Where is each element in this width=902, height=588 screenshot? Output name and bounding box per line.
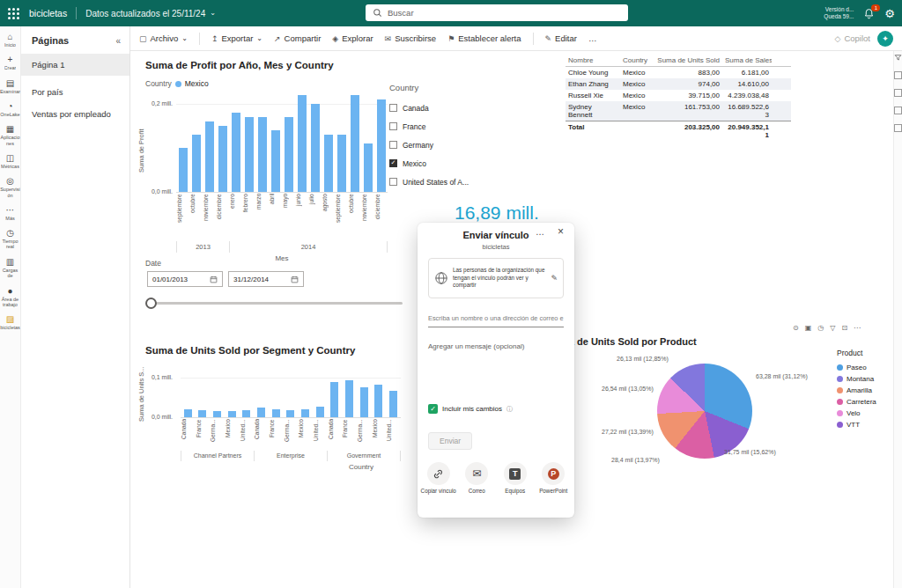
bar[interactable] bbox=[330, 382, 338, 417]
nav-item-metrics[interactable]: ◫Métricas bbox=[0, 153, 21, 169]
bar[interactable] bbox=[192, 135, 201, 192]
nav-item-apps[interactable]: ▦Aplicaciones bbox=[0, 124, 21, 146]
collapse-pages-icon[interactable]: « bbox=[115, 36, 121, 46]
slicer-option[interactable]: Germany bbox=[389, 136, 493, 154]
bar[interactable] bbox=[345, 380, 353, 417]
toolbar-more-h-button[interactable]: … bbox=[588, 33, 597, 43]
bar[interactable] bbox=[377, 99, 386, 192]
bar[interactable] bbox=[218, 126, 227, 192]
bar[interactable] bbox=[337, 135, 346, 192]
bar[interactable] bbox=[389, 391, 397, 417]
toolbar-export-button[interactable]: ↥Exportar⌄ bbox=[211, 33, 262, 43]
bar[interactable] bbox=[205, 121, 214, 192]
legend-item[interactable]: VTT bbox=[837, 419, 876, 430]
table-row[interactable]: Russell XieMexico39.715,004.239.038,48 bbox=[566, 90, 791, 101]
page-item[interactable]: Ventas por empleado bbox=[21, 103, 129, 125]
copy-icon[interactable]: ▣ bbox=[805, 324, 812, 332]
pin-icon[interactable]: ⊙ bbox=[793, 324, 799, 332]
page-item[interactable]: Página 1 bbox=[21, 54, 129, 76]
bar[interactable] bbox=[272, 409, 280, 417]
bar[interactable] bbox=[245, 117, 254, 192]
share-mail-button[interactable]: ✉Correo bbox=[458, 462, 497, 494]
visual-slot-icon[interactable] bbox=[894, 89, 902, 99]
nav-item-create[interactable]: +Crear bbox=[0, 55, 21, 70]
include-changes-checkbox[interactable]: ✓ Incluir mis cambios ⓘ bbox=[428, 404, 513, 414]
bar[interactable] bbox=[316, 407, 324, 417]
pie[interactable] bbox=[657, 364, 752, 459]
visual-slot-icon[interactable] bbox=[894, 124, 902, 134]
toolbar-explore-button[interactable]: ◈Explorar bbox=[332, 33, 373, 43]
app-launcher-icon[interactable] bbox=[8, 8, 19, 19]
start-date-input[interactable]: 01/01/2013 bbox=[147, 271, 223, 287]
bar[interactable] bbox=[360, 387, 368, 417]
toolbar-subscribe-button[interactable]: ✉Suscribirse bbox=[385, 33, 437, 43]
legend-item[interactable]: Paseo bbox=[837, 362, 876, 373]
slicer-option[interactable]: Canada bbox=[389, 99, 493, 117]
slider-handle[interactable] bbox=[145, 298, 157, 309]
bar[interactable] bbox=[198, 410, 206, 417]
end-date-input[interactable]: 31/12/2014 bbox=[228, 271, 304, 287]
bar[interactable] bbox=[298, 95, 307, 192]
workspace-name[interactable]: bicicletas bbox=[29, 8, 67, 18]
bar[interactable] bbox=[285, 117, 293, 192]
sales-card[interactable]: 16,89 mill. bbox=[455, 202, 539, 224]
avatar[interactable]: ✦ bbox=[877, 31, 893, 47]
edit-permissions-icon[interactable]: ✎ bbox=[551, 274, 558, 283]
bar[interactable] bbox=[179, 148, 188, 192]
nav-item-monitor[interactable]: ◎Supervisión bbox=[0, 176, 21, 198]
visual-slot-icon[interactable] bbox=[894, 107, 902, 116]
legend-item[interactable]: Amarilla bbox=[837, 385, 876, 396]
nav-item-home[interactable]: ⌂Inicio bbox=[0, 32, 21, 48]
nav-item-onelake[interactable]: ◔OneLake bbox=[0, 101, 21, 117]
bar[interactable] bbox=[242, 410, 250, 417]
toolbar-share-button[interactable]: ↗Compartir bbox=[274, 33, 321, 43]
filters-icon[interactable] bbox=[894, 54, 902, 63]
slicer-option[interactable]: Mexico bbox=[389, 154, 493, 173]
alert-icon[interactable]: ◷ bbox=[817, 324, 824, 332]
share-teams-button[interactable]: TEquipos bbox=[496, 462, 535, 494]
bar[interactable] bbox=[257, 408, 265, 417]
nav-item-browse[interactable]: ▤Examinar bbox=[0, 78, 21, 94]
filter-icon[interactable]: ▽ bbox=[830, 324, 835, 332]
bar[interactable] bbox=[184, 409, 192, 417]
search-input[interactable]: Buscar bbox=[366, 4, 628, 21]
data-updated-status[interactable]: Datos actualizados el 25/11/24 ⌄ bbox=[85, 9, 216, 18]
toolbar-alert-button[interactable]: ⚑Establecer alerta bbox=[447, 33, 521, 43]
nav-item-report[interactable]: ▨bicicletas bbox=[0, 314, 21, 330]
notifications-icon[interactable]: 1 bbox=[863, 8, 875, 19]
bar[interactable] bbox=[271, 130, 280, 192]
share-powerpoint-button[interactable]: PPowerPoint bbox=[535, 462, 573, 494]
bar[interactable] bbox=[286, 410, 294, 417]
nav-item-more[interactable]: ⋯Más bbox=[0, 205, 21, 221]
bar[interactable] bbox=[301, 409, 309, 417]
focus-icon[interactable]: ⊡ bbox=[841, 324, 847, 332]
page-item[interactable]: Por país bbox=[21, 81, 129, 103]
trial-version-info[interactable]: Versión d... Queda 59... bbox=[824, 6, 854, 21]
table-row[interactable]: Sydney BennettMexico161.753,0016.689.522… bbox=[566, 101, 791, 121]
legend-item[interactable]: Montana bbox=[837, 373, 876, 385]
bar[interactable] bbox=[374, 385, 382, 417]
dialog-more-icon[interactable]: … bbox=[536, 227, 544, 237]
share-link-button[interactable]: Copiar vínculo bbox=[419, 462, 458, 494]
nav-item-workloads[interactable]: ▥Cargas de trabajo bbox=[0, 257, 21, 279]
toolbar-file-button[interactable]: ▢Archivo⌄ bbox=[139, 33, 188, 43]
bar[interactable] bbox=[258, 117, 267, 192]
recipient-input[interactable]: Escriba un nombre o una dirección de cor… bbox=[428, 314, 564, 327]
nav-item-workspace[interactable]: ●Área de trabajo bbox=[0, 286, 21, 308]
bar[interactable] bbox=[324, 135, 333, 192]
visual-slot-icon[interactable] bbox=[894, 71, 902, 81]
table-row[interactable]: Chloe YoungMexico883,006.181,00 bbox=[566, 67, 791, 78]
date-range-slider[interactable] bbox=[149, 302, 403, 305]
toolbar-edit-button[interactable]: ✎Editar bbox=[545, 33, 577, 43]
more-icon[interactable]: ⋯ bbox=[854, 324, 861, 332]
message-input[interactable]: Agregar un mensaje (opcional) bbox=[428, 342, 524, 350]
copilot-button[interactable]: ◇ Copilot bbox=[835, 33, 871, 43]
bar[interactable] bbox=[232, 113, 240, 192]
bar[interactable] bbox=[228, 411, 236, 417]
nav-item-realtime[interactable]: ◷Tiempo real bbox=[0, 228, 21, 250]
slicer-option[interactable]: United States of A... bbox=[389, 173, 493, 191]
slicer-option[interactable]: France bbox=[389, 117, 493, 136]
legend-item[interactable]: Velo bbox=[837, 408, 876, 419]
bar[interactable] bbox=[311, 104, 320, 192]
settings-icon[interactable]: ⚙ bbox=[884, 7, 895, 20]
